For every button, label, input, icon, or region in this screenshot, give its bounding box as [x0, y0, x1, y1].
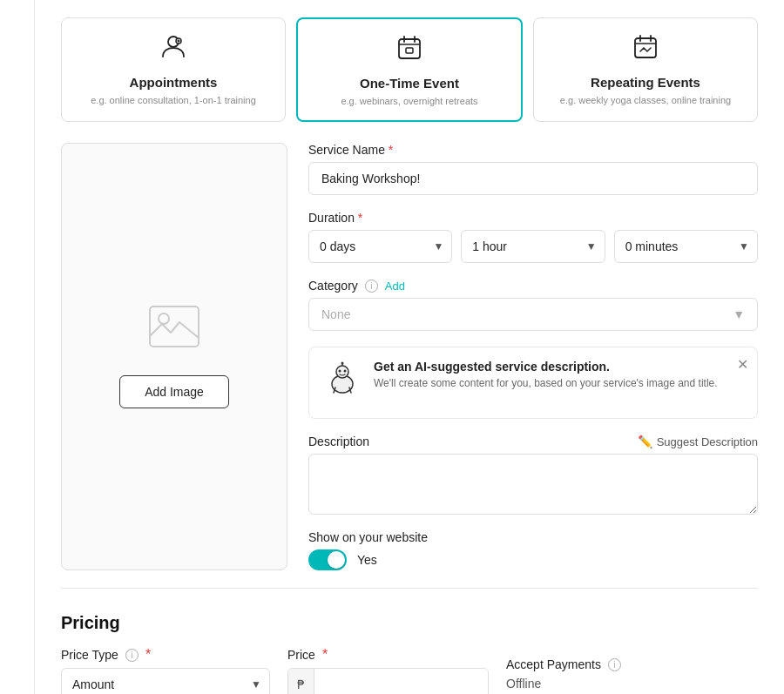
price-label: Price	[287, 648, 315, 662]
one-time-event-title: One-Time Event	[360, 76, 459, 91]
duration-required: *	[358, 211, 362, 225]
duration-minutes-select[interactable]: 0 minutes 15 minutes 30 minutes 45 minut…	[614, 230, 758, 263]
appointments-icon	[159, 32, 187, 66]
service-name-required: *	[389, 143, 393, 157]
appointments-title: Appointments	[130, 75, 218, 90]
price-type-select-wrapper: Amount Free Variable price ▼	[61, 668, 270, 694]
one-time-event-subtitle: e.g. webinars, overnight retreats	[341, 96, 477, 106]
description-textarea[interactable]	[308, 454, 758, 515]
price-type-required: *	[145, 647, 151, 663]
price-type-select[interactable]: Amount Free Variable price	[61, 668, 270, 694]
repeating-events-title: Repeating Events	[591, 75, 700, 90]
svg-rect-9	[635, 38, 656, 57]
suggest-icon: ✏️	[638, 435, 652, 448]
duration-hours-wrapper: 0 hours 1 hour 2 hours 3 hours ▼	[461, 230, 605, 263]
svg-point-16	[336, 366, 348, 378]
category-select[interactable]: None ▼	[308, 298, 758, 331]
category-field: Category i Add None ▼	[308, 279, 758, 331]
ai-banner-title: Get an AI-suggested service description.	[374, 360, 718, 374]
pricing-title: Pricing	[61, 613, 758, 633]
svg-point-18	[344, 370, 347, 373]
ai-banner-text: Get an AI-suggested service description.…	[374, 360, 718, 389]
ai-robot-icon	[323, 360, 362, 406]
category-info-icon[interactable]: i	[365, 280, 378, 293]
service-name-field: Service Name *	[308, 143, 758, 195]
service-name-input[interactable]	[308, 162, 758, 195]
category-add-link[interactable]: Add	[385, 280, 405, 293]
show-website-field: Show on your website Yes	[308, 530, 758, 570]
ai-banner-desc: We'll create some content for you, based…	[374, 377, 718, 389]
category-chevron: ▼	[733, 307, 745, 321]
duration-row: 0 days 1 day 2 days ▼ 0 hours 1 hour 2 h…	[308, 230, 758, 263]
price-field: Price * ₱	[287, 647, 489, 694]
ai-banner-close-button[interactable]: ✕	[737, 356, 748, 373]
svg-rect-4	[399, 39, 420, 58]
add-image-button[interactable]: Add Image	[119, 375, 229, 408]
description-field: Description ✏️ Suggest Description	[308, 435, 758, 515]
duration-days-wrapper: 0 days 1 day 2 days ▼	[308, 230, 452, 263]
price-input[interactable]	[314, 669, 488, 694]
toggle-knob	[328, 551, 345, 569]
duration-minutes-wrapper: 0 minutes 15 minutes 30 minutes 45 minut…	[614, 230, 758, 263]
main-content: Appointments e.g. online consultation, 1…	[35, 0, 784, 694]
tab-repeating-events[interactable]: Repeating Events e.g. weekly yoga classe…	[533, 17, 758, 122]
duration-days-select[interactable]: 0 days 1 day 2 days	[308, 230, 452, 263]
price-label-row: Price *	[287, 647, 489, 663]
suggest-description-link[interactable]: ✏️ Suggest Description	[638, 435, 758, 448]
category-label: Category	[308, 279, 358, 293]
image-section: Add Image	[61, 143, 287, 570]
one-time-event-icon	[395, 33, 423, 67]
price-required: *	[322, 647, 328, 663]
pricing-row: Price Type i * Amount Free Variable pric…	[61, 647, 758, 694]
toggle-value-label: Yes	[357, 553, 377, 567]
description-label-row: Description ✏️ Suggest Description	[308, 435, 758, 448]
svg-rect-13	[150, 307, 199, 347]
suggest-description-text: Suggest Description	[657, 435, 758, 448]
tab-appointments[interactable]: Appointments e.g. online consultation, 1…	[61, 17, 286, 122]
svg-point-17	[339, 370, 341, 373]
image-placeholder-icon	[148, 305, 200, 358]
currency-symbol: ₱	[288, 669, 314, 694]
duration-hours-select[interactable]: 0 hours 1 hour 2 hours 3 hours	[461, 230, 605, 263]
ai-banner: Get an AI-suggested service description.…	[308, 347, 758, 419]
toggle-row: Yes	[308, 549, 758, 570]
duration-field: Duration * 0 days 1 day 2 days ▼	[308, 211, 758, 263]
duration-label: Duration *	[308, 211, 758, 225]
category-none-label: None	[321, 307, 350, 321]
price-type-label: Price Type	[61, 648, 118, 662]
fields-section: Service Name * Duration * 0 days 1 day	[308, 143, 758, 570]
price-input-wrapper: ₱	[287, 668, 489, 694]
category-label-row: Category i Add	[308, 279, 758, 293]
accept-payments-field: Accept Payments i Offline	[506, 657, 758, 694]
svg-point-14	[159, 313, 169, 324]
svg-point-20	[341, 362, 344, 365]
price-type-label-row: Price Type i *	[61, 647, 270, 663]
pricing-section: Pricing Price Type i * Amount Free Varia…	[61, 606, 758, 694]
svg-rect-8	[406, 48, 413, 53]
form-area: Add Image Service Name * Duration *	[61, 143, 758, 570]
accept-payments-label-row: Accept Payments i	[506, 657, 758, 671]
price-type-field: Price Type i * Amount Free Variable pric…	[61, 647, 270, 694]
accept-payments-info-icon[interactable]: i	[608, 658, 621, 671]
service-type-tabs: Appointments e.g. online consultation, 1…	[61, 17, 758, 122]
price-type-info-icon[interactable]: i	[125, 649, 139, 662]
description-label: Description	[308, 435, 369, 448]
tab-one-time-event[interactable]: One-Time Event e.g. webinars, overnight …	[296, 17, 523, 122]
show-website-label: Show on your website	[308, 530, 758, 544]
sidebar	[0, 0, 35, 694]
repeating-events-icon	[632, 32, 659, 66]
accept-payments-value: Offline	[506, 677, 758, 694]
appointments-subtitle: e.g. online consultation, 1-on-1 trainin…	[91, 95, 256, 105]
service-name-label: Service Name *	[308, 143, 758, 157]
website-toggle[interactable]	[308, 549, 347, 570]
accept-payments-label: Accept Payments	[506, 657, 601, 671]
repeating-events-subtitle: e.g. weekly yoga classes, online trainin…	[560, 95, 731, 105]
section-divider	[61, 588, 758, 589]
